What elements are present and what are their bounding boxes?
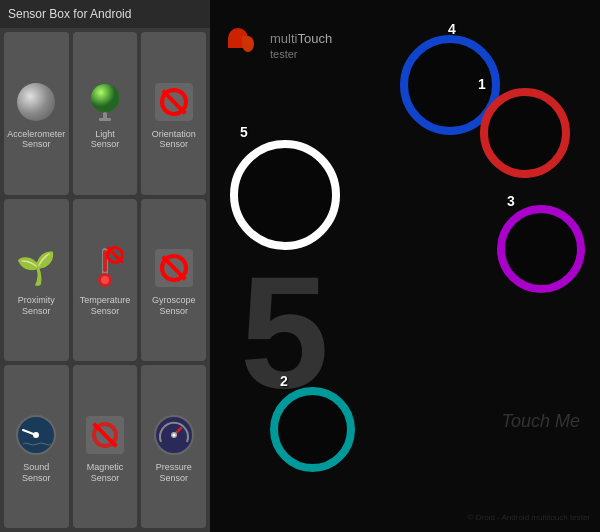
light-icon <box>82 79 128 125</box>
sensor-accelerometer[interactable]: Accelerometer Sensor <box>4 32 69 195</box>
temperature-label: Temperature Sensor <box>80 295 131 317</box>
app-title-bar: Sensor Box for Android <box>0 0 210 28</box>
accelerometer-icon <box>13 79 59 125</box>
touch-circle-1[interactable]: 1 <box>480 88 570 178</box>
gyroscope-label: Gyroscope Sensor <box>152 295 196 317</box>
svg-rect-4 <box>99 118 111 121</box>
sensor-light[interactable]: Light Sensor <box>73 32 138 195</box>
circle-3-label: 3 <box>507 193 582 209</box>
light-label: Light Sensor <box>91 129 120 151</box>
svg-point-13 <box>172 433 175 436</box>
proximity-icon: 🌱 <box>13 245 59 291</box>
proximity-label: Proximity Sensor <box>18 295 55 317</box>
sensor-temperature[interactable]: Temperature Sensor <box>73 199 138 362</box>
right-panel: multiTouch tester 5 Touch Me 4 1 5 3 2 ©… <box>210 0 600 532</box>
circle-5-label: 5 <box>240 124 248 140</box>
app-title: Sensor Box for Android <box>8 7 131 21</box>
sound-icon <box>13 412 59 458</box>
sensor-pressure[interactable]: Pressure Sensor <box>141 365 206 528</box>
sensor-sound[interactable]: Sound Sensor <box>4 365 69 528</box>
droid-credit-text: © Droid - Android multitouch tester <box>468 513 590 522</box>
svg-point-10 <box>33 432 39 438</box>
gyroscope-icon <box>151 245 197 291</box>
sensor-gyroscope[interactable]: Gyroscope Sensor <box>141 199 206 362</box>
sensor-grid: Accelerometer Sensor <box>0 28 210 532</box>
app-name-text: multiTouch tester <box>270 31 332 61</box>
svg-point-2 <box>91 84 119 112</box>
magnetic-label: Magnetic Sensor <box>87 462 124 484</box>
circle-1-label: 1 <box>478 76 562 92</box>
sound-label: Sound Sensor <box>22 462 51 484</box>
circle-4-label: 4 <box>448 21 456 37</box>
sensor-orientation[interactable]: Orientation Sensor <box>141 32 206 195</box>
touch-me-label: Touch Me <box>502 409 580 432</box>
touch-circle-5[interactable]: 5 <box>230 140 340 250</box>
touch-circle-3[interactable]: 3 <box>497 205 585 293</box>
magnetic-icon <box>82 412 128 458</box>
pressure-icon <box>151 412 197 458</box>
touch-circle-2[interactable]: 2 <box>270 387 355 472</box>
pressure-label: Pressure Sensor <box>156 462 192 484</box>
app-logo <box>228 28 264 64</box>
sensor-magnetic[interactable]: Magnetic Sensor <box>73 365 138 528</box>
orientation-icon <box>151 79 197 125</box>
circle-2-label: 2 <box>280 373 288 389</box>
left-panel: Sensor Box for Android Accelerometer Sen… <box>0 0 210 532</box>
sensor-proximity[interactable]: 🌱 Proximity Sensor <box>4 199 69 362</box>
temperature-icon <box>82 245 128 291</box>
orientation-label: Orientation Sensor <box>152 129 196 151</box>
svg-point-8 <box>101 276 109 284</box>
accelerometer-label: Accelerometer Sensor <box>7 129 65 151</box>
